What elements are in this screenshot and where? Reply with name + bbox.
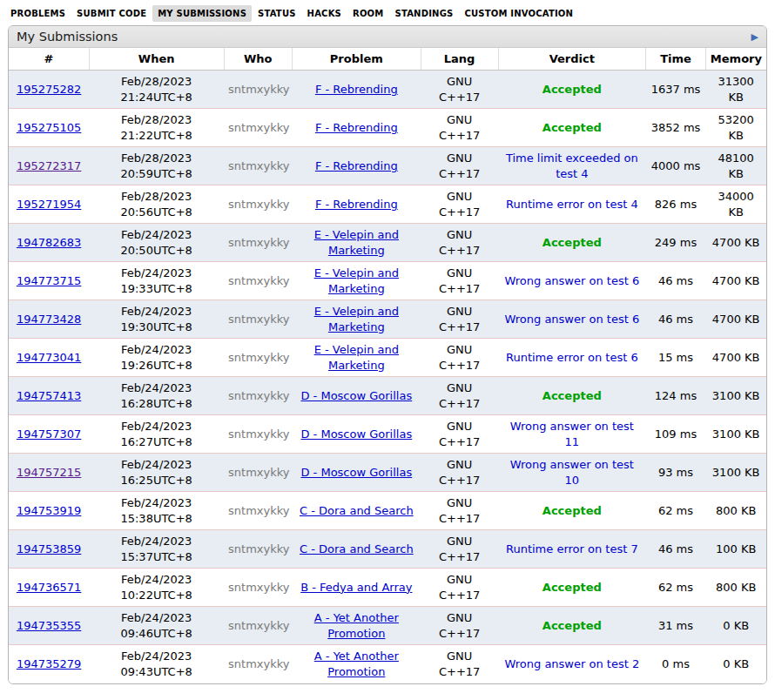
submission-id-link[interactable]: 194757215 xyxy=(17,466,81,479)
who-handle-link[interactable]: sntmxykky xyxy=(228,427,289,441)
submission-id-link[interactable]: 194773041 xyxy=(17,351,81,364)
time-cell: 4000 ms xyxy=(646,147,706,185)
who-handle-link[interactable]: sntmxykky xyxy=(228,466,289,479)
top-nav: PROBLEMSSUBMIT CODEMY SUBMISSIONSSTATUSH… xyxy=(0,0,775,25)
submission-id-link[interactable]: 194773428 xyxy=(17,313,81,326)
nav-item-room[interactable]: ROOM xyxy=(347,5,388,22)
caret-right-icon[interactable]: ▶ xyxy=(751,32,758,42)
nav-item-status[interactable]: STATUS xyxy=(253,5,301,22)
submission-row: 194757215 Feb/24/202316:25UTC+8 sntmxykk… xyxy=(9,454,766,492)
submission-id-cell: 195275105 xyxy=(9,109,89,147)
lang-cell: GNUC++17 xyxy=(421,415,498,454)
submission-id-link[interactable]: 195272317 xyxy=(17,159,81,172)
problem-link[interactable]: E - Velepin and Marketing xyxy=(314,266,399,295)
problem-cell: C - Dora and Search xyxy=(292,530,421,569)
submission-id-link[interactable]: 194757413 xyxy=(17,389,81,402)
who-cell: sntmxykky xyxy=(224,224,292,262)
submission-row: 194773428 Feb/24/202319:30UTC+8 sntmxykk… xyxy=(9,300,766,339)
who-handle-link[interactable]: sntmxykky xyxy=(228,581,289,594)
when-cell: Feb/24/202309:46UTC+8 xyxy=(89,607,224,645)
who-handle-link[interactable]: sntmxykky xyxy=(228,657,289,670)
submission-row: 194757413 Feb/24/202316:28UTC+8 sntmxykk… xyxy=(9,377,766,415)
problem-link[interactable]: F - Rebrending xyxy=(315,83,398,96)
nav-item-custom-invocation[interactable]: CUSTOM INVOCATION xyxy=(459,5,578,22)
verdict-text: Runtime error on test 6 xyxy=(506,351,638,364)
submission-row: 194782683 Feb/24/202320:50UTC+8 sntmxykk… xyxy=(9,224,766,262)
problem-link[interactable]: D - Moscow Gorillas xyxy=(300,389,412,402)
problem-link[interactable]: A - Yet Another Promotion xyxy=(314,650,399,678)
who-handle-link[interactable]: sntmxykky xyxy=(228,619,289,632)
submission-row: 195275105 Feb/28/202321:22UTC+8 sntmxykk… xyxy=(9,109,766,147)
verdict-cell: Runtime error on test 4 xyxy=(498,185,646,224)
submission-id-link[interactable]: 195275282 xyxy=(17,83,81,96)
problem-link[interactable]: E - Velepin and Marketing xyxy=(314,343,399,372)
problem-link[interactable]: D - Moscow Gorillas xyxy=(300,427,412,441)
memory-cell: 3100 KB xyxy=(705,415,766,454)
problem-link[interactable]: F - Rebrending xyxy=(315,198,398,211)
who-cell: sntmxykky xyxy=(224,300,292,339)
verdict-text: Runtime error on test 7 xyxy=(506,542,638,555)
column-header-lang: Lang xyxy=(421,48,498,71)
who-handle-link[interactable]: sntmxykky xyxy=(228,351,289,364)
who-handle-link[interactable]: sntmxykky xyxy=(228,504,289,517)
who-handle-link[interactable]: sntmxykky xyxy=(228,274,289,287)
memory-cell: 31300 KB xyxy=(705,71,766,109)
problem-cell: F - Rebrending xyxy=(292,147,421,185)
who-handle-link[interactable]: sntmxykky xyxy=(228,198,289,211)
who-cell: sntmxykky xyxy=(224,415,292,454)
submission-id-cell: 194735355 xyxy=(9,607,89,645)
submission-row: 194753859 Feb/24/202315:37UTC+8 sntmxykk… xyxy=(9,530,766,569)
submission-id-link[interactable]: 194773715 xyxy=(17,274,81,287)
who-handle-link[interactable]: sntmxykky xyxy=(228,389,289,402)
lang-cell: GNUC++17 xyxy=(421,300,498,339)
problem-link[interactable]: F - Rebrending xyxy=(315,159,398,172)
nav-item-submit-code[interactable]: SUBMIT CODE xyxy=(71,5,152,22)
problem-link[interactable]: E - Velepin and Marketing xyxy=(314,305,399,333)
submission-id-link[interactable]: 195271954 xyxy=(17,198,81,211)
when-cell: Feb/24/202316:28UTC+8 xyxy=(89,377,224,415)
problem-link[interactable]: C - Dora and Search xyxy=(300,542,414,555)
submission-id-cell: 195271954 xyxy=(9,185,89,224)
submission-id-cell: 194757215 xyxy=(9,454,89,492)
problem-link[interactable]: D - Moscow Gorillas xyxy=(300,466,412,479)
problem-link[interactable]: F - Rebrending xyxy=(315,121,398,134)
problem-link[interactable]: C - Dora and Search xyxy=(300,504,414,517)
time-cell: 46 ms xyxy=(646,262,706,300)
submission-id-link[interactable]: 195275105 xyxy=(17,121,81,134)
time-cell: 46 ms xyxy=(646,300,706,339)
verdict-cell: Wrong answer on test 11 xyxy=(498,415,646,454)
who-handle-link[interactable]: sntmxykky xyxy=(228,159,289,172)
submission-id-link[interactable]: 194753919 xyxy=(17,504,81,517)
problem-link[interactable]: B - Fedya and Array xyxy=(300,581,412,594)
nav-item-my-submissions[interactable]: MY SUBMISSIONS xyxy=(152,5,252,22)
submission-id-link[interactable]: 194736571 xyxy=(17,581,81,594)
memory-cell: 100 KB xyxy=(705,530,766,569)
when-cell: Feb/24/202319:26UTC+8 xyxy=(89,339,224,377)
who-handle-link[interactable]: sntmxykky xyxy=(228,121,289,134)
who-handle-link[interactable]: sntmxykky xyxy=(228,542,289,555)
time-cell: 109 ms xyxy=(646,415,706,454)
submission-id-link[interactable]: 194735279 xyxy=(17,657,81,670)
submission-id-cell: 194757413 xyxy=(9,377,89,415)
submission-id-link[interactable]: 194757307 xyxy=(17,427,81,441)
who-handle-link[interactable]: sntmxykky xyxy=(228,313,289,326)
submission-row: 195272317 Feb/28/202320:59UTC+8 sntmxykk… xyxy=(9,147,766,185)
who-handle-link[interactable]: sntmxykky xyxy=(228,236,289,249)
submission-id-link[interactable]: 194782683 xyxy=(17,236,81,249)
submission-id-link[interactable]: 194735355 xyxy=(17,619,81,632)
table-header-row: #WhenWhoProblemLangVerdictTimeMemory xyxy=(9,48,766,71)
problem-cell: F - Rebrending xyxy=(292,109,421,147)
nav-item-standings[interactable]: STANDINGS xyxy=(389,5,458,22)
who-cell: sntmxykky xyxy=(224,492,292,530)
nav-item-problems[interactable]: PROBLEMS xyxy=(5,5,71,22)
nav-item-hacks[interactable]: HACKS xyxy=(302,5,347,22)
column-header-who: Who xyxy=(224,48,292,71)
problem-link[interactable]: E - Velepin and Marketing xyxy=(314,228,399,257)
verdict-cell: Wrong answer on test 6 xyxy=(498,262,646,300)
submission-id-link[interactable]: 194753859 xyxy=(17,542,81,555)
time-cell: 124 ms xyxy=(646,377,706,415)
who-cell: sntmxykky xyxy=(224,339,292,377)
problem-link[interactable]: A - Yet Another Promotion xyxy=(314,611,399,640)
who-handle-link[interactable]: sntmxykky xyxy=(228,83,289,96)
verdict-text: Wrong answer on test 6 xyxy=(504,274,639,287)
